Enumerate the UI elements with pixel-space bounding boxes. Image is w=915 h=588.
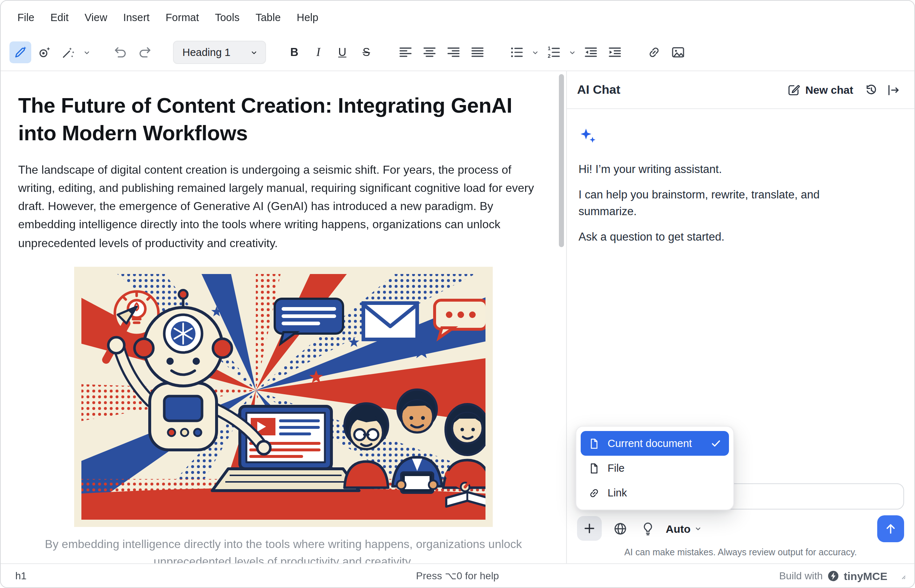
menu-item-format[interactable]: Format	[158, 7, 207, 27]
italic-button[interactable]: I	[307, 42, 329, 63]
block-format-select[interactable]: Heading 1	[173, 41, 266, 64]
toolbar-group-ai	[10, 42, 92, 63]
menu-item-label: Link	[608, 487, 627, 499]
underline-button[interactable]: U	[331, 42, 353, 63]
close-panel-icon	[886, 82, 900, 97]
underline-icon: U	[338, 46, 346, 59]
bullet-list-button[interactable]	[506, 42, 528, 63]
chevron-down-icon	[83, 48, 91, 57]
close-panel-button[interactable]	[882, 79, 904, 101]
menu-item-link[interactable]: Link	[581, 480, 729, 505]
chat-history-button[interactable]	[860, 79, 882, 101]
numbered-list-dropdown[interactable]	[567, 42, 578, 63]
insert-image-button[interactable]	[667, 42, 689, 63]
indent-button[interactable]	[604, 42, 626, 63]
menu-item-view[interactable]: View	[77, 7, 115, 27]
ai-eye-sparkle-icon	[37, 45, 52, 60]
assistant-intro-line-1: Hi! I’m your writing assistant.	[578, 162, 876, 178]
add-attachment-button[interactable]	[577, 516, 602, 541]
scrollbar-thumb[interactable]	[559, 74, 564, 247]
bold-icon: B	[290, 46, 299, 59]
undo-icon	[113, 45, 128, 60]
bold-button[interactable]: B	[284, 42, 305, 63]
model-select[interactable]: Auto	[666, 522, 702, 535]
outdent-button[interactable]	[580, 42, 602, 63]
ai-assistant-button[interactable]	[10, 42, 31, 63]
numbered-list-button[interactable]	[543, 42, 565, 63]
bullet-list-icon	[510, 45, 524, 60]
align-center-button[interactable]	[419, 42, 441, 63]
block-format-value: Heading 1	[182, 47, 231, 58]
new-chat-label: New chat	[805, 84, 853, 96]
web-search-button[interactable]	[610, 519, 629, 538]
insert-link-button[interactable]	[643, 42, 665, 63]
magic-wand-icon	[61, 45, 76, 60]
tinymce-branding[interactable]: Build with tinyMCE	[779, 569, 907, 582]
tinymce-logo-icon	[827, 569, 839, 582]
menu-item-label: File	[608, 462, 625, 474]
resize-handle-icon[interactable]	[897, 571, 907, 580]
assistant-intro-line-3: Ask a question to get started.	[578, 229, 876, 246]
new-chat-button[interactable]: New chat	[787, 83, 853, 96]
link-icon	[647, 45, 662, 60]
plus-icon	[582, 521, 597, 536]
chevron-down-icon	[568, 48, 576, 57]
status-bar: h1 Press ⌥0 for help Build with tinyMCE	[1, 563, 914, 587]
menu-item-help[interactable]: Help	[289, 7, 327, 27]
editor-content[interactable]: The Future of Content Creation: Integrat…	[1, 71, 566, 563]
menu-item-label: Current document	[608, 438, 692, 449]
undo-button[interactable]	[110, 42, 132, 63]
toolbar-group-text-style: B I U S	[284, 42, 377, 63]
justify-button[interactable]	[466, 42, 488, 63]
document-caption[interactable]: By embedding intelligence directly into …	[33, 536, 534, 563]
chevron-down-icon	[250, 48, 258, 57]
document-heading[interactable]: The Future of Content Creation: Integrat…	[18, 92, 527, 147]
link-icon	[588, 486, 600, 499]
menu-item-edit[interactable]: Edit	[42, 7, 77, 27]
redo-button[interactable]	[134, 42, 155, 63]
editor-scrollbar[interactable]	[558, 71, 565, 563]
genai-illustration	[74, 267, 493, 527]
toolbar: Heading 1 B I U S	[1, 34, 914, 71]
numbered-list-icon	[547, 45, 561, 60]
indent-icon	[608, 45, 622, 60]
ai-review-button[interactable]	[34, 42, 55, 63]
history-icon	[864, 82, 879, 97]
chat-controls: Auto	[577, 515, 904, 541]
italic-icon: I	[316, 45, 321, 60]
main-area: The Future of Content Creation: Integrat…	[1, 71, 914, 563]
menu-item-file[interactable]: File	[581, 456, 729, 480]
strikethrough-icon: S	[363, 46, 370, 59]
globe-icon	[612, 521, 628, 536]
ai-chat-panel: AI Chat New chat Hi! I’m your writing as…	[566, 71, 914, 563]
attachment-context-menu: Current document File Link	[576, 426, 734, 510]
menu-item-file[interactable]: File	[10, 7, 42, 27]
document-paragraph[interactable]: The landscape of digital content creatio…	[18, 160, 549, 252]
document-icon	[588, 462, 600, 474]
magic-wand-button[interactable]	[57, 42, 79, 63]
bullet-list-dropdown[interactable]	[530, 42, 541, 63]
check-icon	[710, 438, 722, 449]
outdent-icon	[584, 45, 598, 60]
document-illustration[interactable]	[74, 267, 493, 530]
new-chat-icon	[787, 83, 800, 96]
menu-item-table[interactable]: Table	[247, 7, 289, 27]
chat-header: AI Chat New chat	[567, 71, 914, 109]
align-right-button[interactable]	[442, 42, 465, 63]
magic-wand-dropdown[interactable]	[81, 42, 92, 63]
align-left-button[interactable]	[395, 42, 416, 63]
chat-footer: Auto AI can make mistakes. Always review…	[567, 483, 914, 563]
menu-item-tools[interactable]: Tools	[207, 7, 247, 27]
lightbulb-icon	[640, 521, 655, 536]
help-shortcut-text: Press ⌥0 for help	[1, 570, 914, 582]
send-message-button[interactable]	[877, 515, 904, 542]
chevron-down-icon	[694, 524, 702, 532]
editor-pane[interactable]: The Future of Content Creation: Integrat…	[1, 71, 566, 563]
tinymce-editor-window: File Edit View Insert Format Tools Table…	[0, 0, 915, 588]
menu-item-current-document[interactable]: Current document	[581, 431, 729, 456]
align-left-icon	[398, 45, 413, 60]
document-icon	[588, 437, 600, 449]
strikethrough-button[interactable]: S	[355, 42, 377, 63]
suggestions-button[interactable]	[638, 519, 657, 538]
menu-item-insert[interactable]: Insert	[115, 7, 158, 27]
